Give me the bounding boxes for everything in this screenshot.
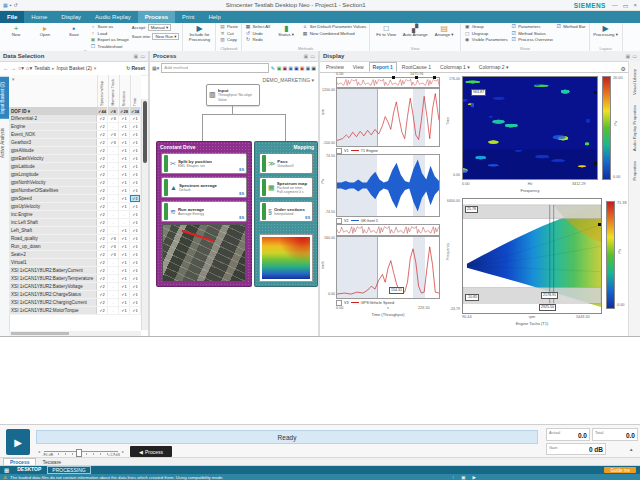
overview-strip-chart[interactable] <box>336 77 440 88</box>
channel-row[interactable]: Differential-2✓2✓3✓1✓1 <box>9 115 141 123</box>
quick-undo-icon[interactable]: ↺ <box>14 2 18 8</box>
maximize-panel-icon[interactable]: ▭ <box>310 53 315 59</box>
arrange-button[interactable]: ▤Arrange ▾ <box>431 24 457 38</box>
spectrogram-chart[interactable]: 963.87 <box>462 76 598 180</box>
select-all-button[interactable]: ▦Select All <box>245 24 270 29</box>
maximize-panel-icon[interactable]: ▭ <box>140 53 145 59</box>
open-button[interactable]: ▸Open <box>32 24 58 38</box>
ribbon-tab-print[interactable]: Print <box>175 11 201 23</box>
channel-row[interactable]: gpsLatitude✓2-✓1✓1 <box>9 163 141 171</box>
guide-me-button[interactable]: Guide me <box>604 467 636 473</box>
segment-marker[interactable] <box>392 76 395 79</box>
display-tab-preview[interactable]: Preview <box>322 62 348 72</box>
method-node-run-average[interactable]: ≋Run averageAverage EnergyES <box>161 201 247 222</box>
gear-icon[interactable]: ⚙ <box>621 65 626 72</box>
segment-marker[interactable] <box>415 76 418 79</box>
ribbon-tab-file[interactable]: File <box>0 11 24 23</box>
channel-row[interactable]: gpsLongitude✓2-✓1✓1 <box>9 171 141 179</box>
legend-checkbox[interactable] <box>336 148 342 154</box>
breadcrumb-root[interactable]: Testlab <box>34 65 50 71</box>
satellite-map-thumbnail[interactable] <box>162 224 246 282</box>
column-header-time[interactable]: Time <box>130 75 141 107</box>
dock-tab-process[interactable]: Process <box>3 458 36 465</box>
popout-icon[interactable]: ▣ <box>626 53 631 59</box>
breadcrumb-current[interactable]: Input Basket (2) <box>57 65 92 71</box>
processing-button[interactable]: ▶Processing ▾ <box>593 24 619 38</box>
new-combined-method-button[interactable]: ▦New Combined Method <box>302 31 366 36</box>
channel-row[interactable]: inc:Engine✓2--✓1 <box>9 211 141 219</box>
vertical-scrollbar[interactable] <box>141 99 148 330</box>
cut-button[interactable]: ✕Cut <box>219 31 238 36</box>
load-button[interactable]: ↑Load <box>90 31 129 36</box>
method-green-icon[interactable]: ▣ <box>277 65 282 71</box>
column-header-harmonic-track[interactable]: Harmonic Track <box>108 75 119 107</box>
taskbar-item-desktop[interactable]: DESKTOP <box>13 466 45 472</box>
maximize-button[interactable]: ▭ <box>623 2 629 9</box>
filter-funnel-icon[interactable]: ▼ <box>11 77 15 82</box>
method-list-icon[interactable]: ▦▾ <box>152 65 159 71</box>
side-tab-visual-library[interactable]: Visual Library <box>632 69 637 95</box>
method-node-spectrum-average[interactable]: ▲Spectrum averageDefaultES <box>161 177 247 198</box>
method-node-pass[interactable]: ≫PassGearbox3 <box>259 153 313 174</box>
channel-row[interactable]: XSI 1xCAN1Y8UR2:ChargingCurrent✓2-✓1✓1 <box>9 299 141 307</box>
popout-icon[interactable]: ▣ <box>134 53 139 59</box>
channel-row[interactable]: Road_quality✓2✓3✓1✓1 <box>9 235 141 243</box>
minimize-button[interactable]: — <box>612 2 618 9</box>
mini-strip-chart[interactable] <box>336 224 440 236</box>
scrollbar-thumb[interactable] <box>143 101 147 163</box>
taskbar-item-processing[interactable]: PROCESSING <box>47 466 90 474</box>
channel-row[interactable]: XSI 1xCAN1Y8UR2:ChargeStatus✓2-✓1✓1 <box>9 291 141 299</box>
chevron-down-icon[interactable]: ▾ <box>94 65 97 71</box>
undo-button[interactable]: ↺Undo <box>245 31 270 36</box>
ribbon-tab-help[interactable]: Help <box>201 11 227 23</box>
channel-row[interactable]: XSI 1xCAN1Y8UR2:MotorTorque✓2-✓1✓1 <box>9 307 141 315</box>
channel-row[interactable]: Virtual1✓2-✓1✓1 <box>9 259 141 267</box>
method-navy-icon[interactable]: ▣ <box>294 65 299 71</box>
channel-row[interactable]: gpsUpVelocity✓2-✓1✓1 <box>9 203 141 211</box>
channel-row[interactable]: XSI 1xCAN1Y8UR2:BatteryTemperature✓2-✓1✓… <box>9 275 141 283</box>
method-bar-checkbox[interactable]: ☑Method Bar <box>556 24 586 29</box>
pen-icon[interactable]: ✎ <box>271 65 275 71</box>
method-blue-icon[interactable]: ▣ <box>288 65 293 71</box>
display-tab-view[interactable]: View <box>349 62 368 72</box>
slider-left-arrow[interactable]: ◂ <box>38 449 40 454</box>
ribbon-tab-process[interactable]: Process <box>138 11 175 23</box>
dock-tab-tecware[interactable]: Tecware <box>36 458 67 465</box>
method-dark-icon[interactable]: ▣ <box>311 65 316 71</box>
auto-arrange-button[interactable]: ▞Auto Arrange <box>402 24 428 38</box>
waveform-chart[interactable] <box>336 154 440 217</box>
ungroup-button[interactable]: ▢Ungroup <box>464 31 507 36</box>
method-maroon-icon[interactable]: ▣ <box>283 65 288 71</box>
maximize-panel-icon[interactable]: ▭ <box>632 53 637 59</box>
history-icon[interactable]: ○▾ <box>18 65 24 71</box>
method-node-split-by-position[interactable]: ✂Split by positionKML Shapes setES <box>161 153 247 174</box>
basket-tab-active-analysis[interactable]: Active Analysis <box>0 123 9 163</box>
order-map-chart[interactable]: 25.78 -10.85 2178.91 2925.50 <box>462 198 602 314</box>
copy-button[interactable]: ▥Copy <box>219 37 238 42</box>
channel-row[interactable]: gpsEastVelocity✓2-✓1✓1 <box>9 155 141 163</box>
method-status-checkbox[interactable]: ☑Method Status <box>511 31 553 36</box>
channel-row[interactable]: Run_up_down✓2✓3✓1✓1 <box>9 243 141 251</box>
method-teal-icon[interactable]: ▣ <box>306 65 311 71</box>
drag-handle[interactable] <box>594 162 597 165</box>
message-text[interactable]: The loaded data files do not contain inf… <box>10 475 223 480</box>
process-canvas[interactable]: DEMO_MARKETING ▾ ▥ Input Throughput: No … <box>150 74 318 336</box>
accept-dropdown[interactable]: Accept:Manual ▾ <box>132 24 180 31</box>
apps-grid-icon[interactable]: ▦ <box>4 467 9 473</box>
fit-to-view-button[interactable]: □Fit to View <box>373 24 399 38</box>
status-button[interactable]: ▮Status ▾ <box>273 24 299 38</box>
process-group-0[interactable]: Constant Drive ✂Split by positionKML Sha… <box>156 141 252 287</box>
forward-icon[interactable]: → <box>11 65 17 71</box>
upload-icon[interactable]: ↑ <box>452 475 454 480</box>
basket-tab-input-basket-2[interactable]: Input Basket (2) <box>0 77 9 119</box>
save-as-button[interactable]: ▫Save as <box>90 24 129 29</box>
home-icon[interactable]: ⌂▾ <box>26 65 32 71</box>
channel-row[interactable]: Engine✓2-✓1✓1 <box>9 123 141 131</box>
process-button[interactable]: ◀ Process <box>130 446 172 457</box>
slider-thumb[interactable] <box>76 449 82 457</box>
channel-row[interactable]: Seat+2✓2✓3✓1✓1 <box>9 251 141 259</box>
drag-handle[interactable] <box>598 223 601 226</box>
channel-row[interactable]: gpsNumberOfSatellites✓2-✓1✓1 <box>9 187 141 195</box>
column-header-statistics[interactable]: Statistics <box>119 75 130 107</box>
collapse-arrow-icon[interactable]: ▲ <box>629 447 633 452</box>
